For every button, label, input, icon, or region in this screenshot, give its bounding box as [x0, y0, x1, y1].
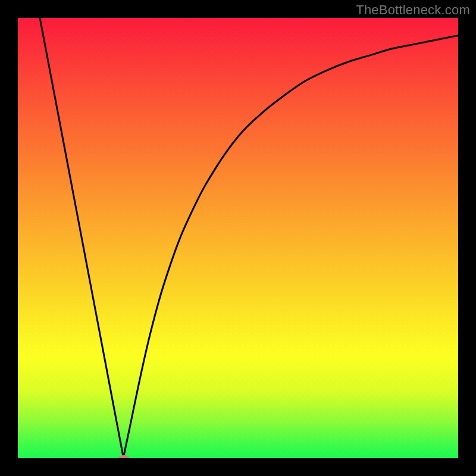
- watermark-text: TheBottleneck.com: [356, 2, 470, 18]
- chart-frame: TheBottleneck.com: [0, 0, 476, 476]
- bottleneck-curve: [40, 18, 458, 458]
- optimal-point-marker: [118, 455, 129, 458]
- curve-layer: [18, 18, 458, 458]
- plot-area: [18, 18, 458, 458]
